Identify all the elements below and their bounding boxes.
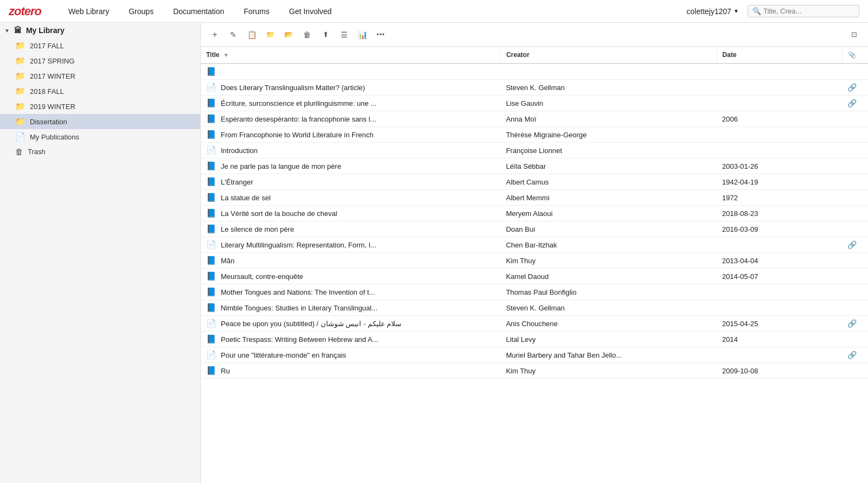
item-title: L'Étranger (221, 178, 253, 186)
cell-title: 📘L'Étranger (201, 174, 501, 190)
col-header-date[interactable]: Date (717, 47, 842, 63)
sidebar-item-dissertation[interactable]: 📁 Dissertation (0, 114, 200, 129)
user-menu[interactable]: colettejy1207 ▼ (687, 7, 739, 16)
table-row[interactable]: 📄Pour une "littérature-monde" en françai… (201, 347, 868, 363)
sidebar-item-2017-winter[interactable]: 📁 2017 WINTER (0, 68, 200, 84)
item-title: Espéranto desespéranto: la francophonie … (221, 115, 376, 123)
table-row[interactable]: 📄Literary Multilingualism: Representatio… (201, 237, 868, 253)
table-row[interactable]: 📄Peace be upon you (subtitled) / سلام عل… (201, 316, 868, 332)
trash-icon: 🗑 (15, 147, 23, 156)
chevron-down-icon: ▼ (733, 8, 739, 14)
nav-web-library[interactable]: Web Library (59, 0, 119, 23)
export-button[interactable]: ⬆ (318, 27, 333, 42)
cell-link (842, 253, 868, 269)
item-title: Je ne parle pas la langue de mon père (221, 162, 341, 170)
item-title: Literary Multilingualism: Representation… (221, 241, 376, 249)
cell-creator: Anis Chouchene (501, 316, 717, 332)
col-header-title[interactable]: Title ▼ (201, 47, 501, 63)
cell-creator: Doan Bui (501, 221, 717, 237)
table-row[interactable]: 📘Le silence de mon pèreDoan Bui2016-03-0… (201, 221, 868, 237)
link-icon[interactable]: 🔗 (847, 83, 857, 92)
sidebar-item-my-publications[interactable]: 📄 My Publications (0, 129, 200, 144)
sidebar-item-2018-fall[interactable]: 📁 2018 FALL (0, 84, 200, 99)
table-row[interactable]: 📘 (201, 63, 868, 80)
cell-date (717, 300, 842, 316)
split-view-button[interactable]: ⊡ (846, 27, 861, 42)
cell-creator: Lital Levy (501, 332, 717, 347)
link-icon[interactable]: 🔗 (847, 351, 857, 359)
table-row[interactable]: 📘La Vérité sort de la bouche de chevalMe… (201, 206, 868, 221)
add-button[interactable]: + (207, 27, 222, 42)
sidebar-item-2017-spring[interactable]: 📁 2017 SPRING (0, 53, 200, 68)
edit-button[interactable]: ✎ (226, 27, 241, 42)
cell-link (842, 111, 868, 127)
collection-label: Trash (28, 148, 193, 156)
cell-creator: Steven K. Gellman (501, 300, 717, 316)
nav-forums[interactable]: Forums (234, 0, 279, 23)
delete-button[interactable]: 🗑 (299, 27, 315, 42)
cell-date (717, 80, 842, 96)
cell-creator: Steven K. Gellman (501, 80, 717, 96)
table-row[interactable]: 📘L'ÉtrangerAlbert Camus1942-04-19 (201, 174, 868, 190)
graph-button[interactable]: 📊 (355, 27, 370, 42)
folder-icon: 📁 (15, 41, 25, 50)
table-row[interactable]: 📘RuKim Thuy2009-10-08 (201, 363, 868, 379)
link-icon[interactable]: 🔗 (847, 319, 857, 328)
table-row[interactable]: 📘Écriture, surconscience et plurilinguis… (201, 96, 868, 111)
item-title: La statue de sel (221, 194, 271, 202)
more-button[interactable]: ••• (373, 27, 388, 42)
cell-title: 📘Meursault, contre-enquête (201, 269, 501, 284)
search-input[interactable] (763, 7, 854, 15)
search-icon: 🔍 (752, 7, 761, 15)
book-icon: 📘 (206, 161, 216, 171)
collection-label: 2017 SPRING (30, 57, 193, 65)
document-attach-icon: 📄 (206, 319, 216, 328)
table-row[interactable]: 📘Je ne parle pas la langue de mon pèreLé… (201, 158, 868, 174)
cell-date: 2016-03-09 (717, 221, 842, 237)
item-title: Meursault, contre-enquête (221, 272, 303, 281)
nav-groups[interactable]: Groups (119, 0, 163, 23)
cell-creator: Meryem Alaoui (501, 206, 717, 221)
sidebar-item-2017-fall[interactable]: 📁 2017 FALL (0, 38, 200, 53)
cell-creator: Thérèse Migraine-George (501, 127, 717, 143)
nav-documentation[interactable]: Documentation (163, 0, 234, 23)
table-row[interactable]: 📄Does Literary Translingualism Matter? (… (201, 80, 868, 96)
cell-date: 2013-04-04 (717, 253, 842, 269)
cell-title: 📘From Francophonie to World Literature i… (201, 127, 501, 143)
table-row[interactable]: 📘Meursault, contre-enquêteKamel Daoud201… (201, 269, 868, 284)
items-table: Title ▼ Creator Date 📎 (201, 47, 868, 379)
cell-title: 📘Je ne parle pas la langue de mon père (201, 158, 501, 174)
collection-label: My Publications (30, 133, 193, 141)
col-header-creator[interactable]: Creator (501, 47, 717, 63)
cell-link (842, 300, 868, 316)
link-icon[interactable]: 🔗 (847, 99, 857, 107)
cell-link: 🔗 (842, 80, 868, 96)
nav-get-involved[interactable]: Get Involved (279, 0, 342, 23)
table-row[interactable]: 📘Mother Tongues and Nations: The Inventi… (201, 284, 868, 300)
sidebar-item-my-library[interactable]: ▼ 🏛 My Library (0, 23, 200, 38)
linked-attachment-button[interactable]: 📂 (281, 27, 296, 42)
cell-date (717, 96, 842, 111)
sidebar-item-trash[interactable]: 🗑 Trash (0, 144, 200, 159)
table-row[interactable]: 📘From Francophonie to World Literature i… (201, 127, 868, 143)
sidebar-item-2019-winter[interactable]: 📁 2019 WINTER (0, 99, 200, 114)
add-attachment-button[interactable]: 📁 (263, 27, 278, 42)
cell-date (717, 127, 842, 143)
cell-date: 2014 (717, 332, 842, 347)
table-row[interactable]: 📘Espéranto desespéranto: la francophonie… (201, 111, 868, 127)
link-icon[interactable]: 🔗 (847, 240, 857, 249)
table-row[interactable]: 📘Poetic Trespass: Writing Between Hebrew… (201, 332, 868, 347)
document-icon: 📄 (206, 145, 216, 155)
cell-title: 📄Introduction (201, 143, 501, 158)
cell-date: 1942-04-19 (717, 174, 842, 190)
table-row[interactable]: 📘La statue de selAlbert Memmi1972 (201, 190, 868, 206)
table-row[interactable]: 📘MãnKim Thuy2013-04-04 (201, 253, 868, 269)
doc-icon: 📄 (15, 132, 25, 142)
folder-icon: 📁 (15, 56, 25, 66)
search-bar[interactable]: 🔍 (748, 5, 859, 17)
table-row[interactable]: 📘Nimble Tongues: Studies in Literary Tra… (201, 300, 868, 316)
cell-link (842, 190, 868, 206)
table-row[interactable]: 📄IntroductionFrançoise Lionnet (201, 143, 868, 158)
bibliography-button[interactable]: ☰ (336, 27, 352, 42)
note-button[interactable]: 📋 (244, 27, 259, 42)
